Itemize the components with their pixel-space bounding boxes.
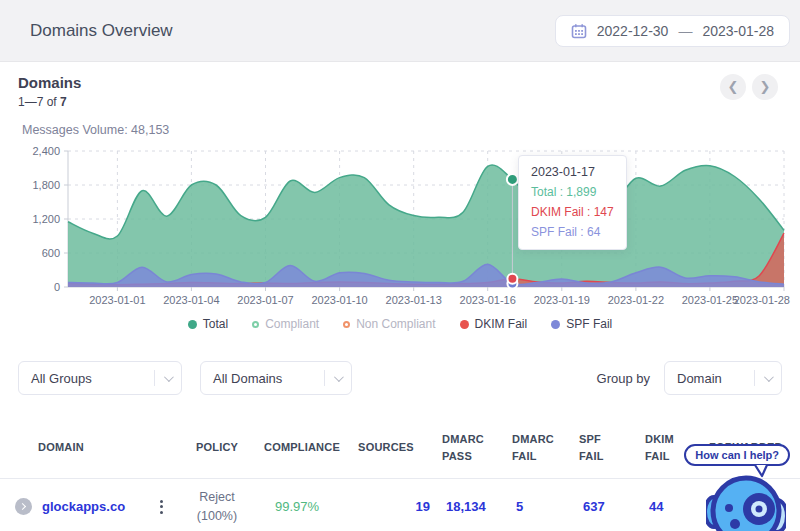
svg-text:1,800: 1,800 xyxy=(32,179,60,191)
sources-cell[interactable]: 19 xyxy=(332,479,440,531)
chat-help-bubble[interactable]: How can I help? xyxy=(684,444,790,466)
svg-text:2023-01-04: 2023-01-04 xyxy=(163,294,219,306)
tooltip-dkim-fail: DKIM Fail : 147 xyxy=(531,205,614,219)
legend-dot-total xyxy=(188,320,197,329)
dmarc-fail-cell[interactable]: 5 xyxy=(510,479,577,531)
svg-text:2023-01-13: 2023-01-13 xyxy=(386,294,442,306)
pagination-prev-button[interactable]: ❮ xyxy=(720,74,746,100)
col-sources: SOURCES xyxy=(332,419,440,479)
chevron-down-icon xyxy=(334,372,344,382)
chat-bubble-tail xyxy=(752,465,770,479)
col-spf-fail: SPF FAIL xyxy=(577,419,643,479)
legend-dot-dkim-fail xyxy=(460,320,469,329)
svg-text:2023-01-28: 2023-01-28 xyxy=(734,294,790,306)
legend-item-spf-fail[interactable]: SPF Fail xyxy=(551,317,612,331)
filters-row: All Groups All Domains Group by Domain xyxy=(0,331,800,395)
col-policy: POLICY xyxy=(172,419,262,479)
group-by-label: Group by xyxy=(597,371,650,386)
svg-text:2023-01-25: 2023-01-25 xyxy=(682,294,738,306)
col-dmarc-fail: DMARC FAIL xyxy=(510,419,577,479)
messages-volume-chart[interactable]: 06001,2001,8002,4002023-01-012023-01-042… xyxy=(0,141,800,331)
date-range-picker[interactable]: 2022-12-30 — 2023-01-28 xyxy=(555,15,790,47)
tooltip-spf-fail: SPF Fail : 64 xyxy=(531,225,614,239)
svg-text:2023-01-07: 2023-01-07 xyxy=(237,294,293,306)
row-expand-button[interactable] xyxy=(15,498,32,515)
svg-text:2023-01-16: 2023-01-16 xyxy=(460,294,516,306)
pagination-range: 1—7 of 7 xyxy=(18,95,81,109)
spf-fail-cell[interactable]: 637 xyxy=(577,479,643,531)
chevron-down-icon xyxy=(764,372,774,382)
tooltip-total: Total : 1,899 xyxy=(531,185,614,199)
chart-tooltip: 2023-01-17 Total : 1,899 DKIM Fail : 147… xyxy=(518,155,627,250)
messages-volume-label: Messages Volume: 48,153 xyxy=(0,109,800,137)
policy-cell: Reject (100%) xyxy=(172,479,262,531)
table-header-row: DOMAIN POLICY COMPLIANCE SOURCES DMARC P… xyxy=(0,419,800,479)
calendar-icon xyxy=(571,23,587,39)
svg-text:2023-01-01: 2023-01-01 xyxy=(89,294,145,306)
domains-section-title: Domains xyxy=(18,74,81,91)
top-bar: Domains Overview 2022-12-30 — 2023-01-28 xyxy=(0,0,800,62)
row-menu-button[interactable] xyxy=(156,496,167,518)
domain-link[interactable]: glockapps.co xyxy=(42,499,125,514)
dkim-fail-cell[interactable]: 44 xyxy=(643,479,707,531)
svg-text:1,200: 1,200 xyxy=(32,213,60,225)
svg-text:2023-01-22: 2023-01-22 xyxy=(608,294,664,306)
legend-dot-non-compliant xyxy=(343,321,350,328)
chart-legend: Total Compliant Non Compliant DKIM Fail … xyxy=(0,317,800,331)
legend-item-dkim-fail[interactable]: DKIM Fail xyxy=(460,317,528,331)
table-row: glockapps.co Reject (100%) 99.97% 19 18,… xyxy=(0,479,800,531)
date-range-start: 2022-12-30 xyxy=(597,23,669,39)
domains-filter-select[interactable]: All Domains xyxy=(200,361,352,395)
area-chart-canvas[interactable]: 06001,2001,8002,4002023-01-012023-01-042… xyxy=(6,141,798,313)
svg-text:600: 600 xyxy=(42,247,60,259)
legend-item-compliant[interactable]: Compliant xyxy=(252,317,319,331)
groups-filter-select[interactable]: All Groups xyxy=(18,361,182,395)
col-compliance: COMPLIANCE xyxy=(262,419,332,479)
svg-text:2023-01-10: 2023-01-10 xyxy=(311,294,367,306)
svg-text:0: 0 xyxy=(54,281,60,293)
pagination-next-button[interactable]: ❯ xyxy=(752,74,778,100)
domains-card: Domains 1—7 of 7 ❮ ❯ Messages Volume: 48… xyxy=(0,62,800,531)
domains-table: DOMAIN POLICY COMPLIANCE SOURCES DMARC P… xyxy=(0,419,800,531)
date-range-end: 2023-01-28 xyxy=(702,23,774,39)
chevron-down-icon xyxy=(164,372,174,382)
legend-dot-spf-fail xyxy=(551,320,560,329)
col-dmarc-pass: DMARC PASS xyxy=(440,419,510,479)
svg-text:2023-01-19: 2023-01-19 xyxy=(534,294,590,306)
col-domain: DOMAIN xyxy=(36,419,150,479)
date-range-separator: — xyxy=(678,23,692,39)
dmarc-pass-cell[interactable]: 18,134 xyxy=(440,479,510,531)
tooltip-date: 2023-01-17 xyxy=(531,165,614,179)
legend-item-non-compliant[interactable]: Non Compliant xyxy=(343,317,435,331)
page-title: Domains Overview xyxy=(30,21,173,41)
compliance-cell: 99.97% xyxy=(262,479,332,531)
legend-dot-compliant xyxy=(252,321,259,328)
chat-mascot-icon[interactable] xyxy=(706,470,786,531)
svg-text:2,400: 2,400 xyxy=(32,145,60,157)
group-by-select[interactable]: Domain xyxy=(664,361,782,395)
legend-item-total[interactable]: Total xyxy=(188,317,228,331)
